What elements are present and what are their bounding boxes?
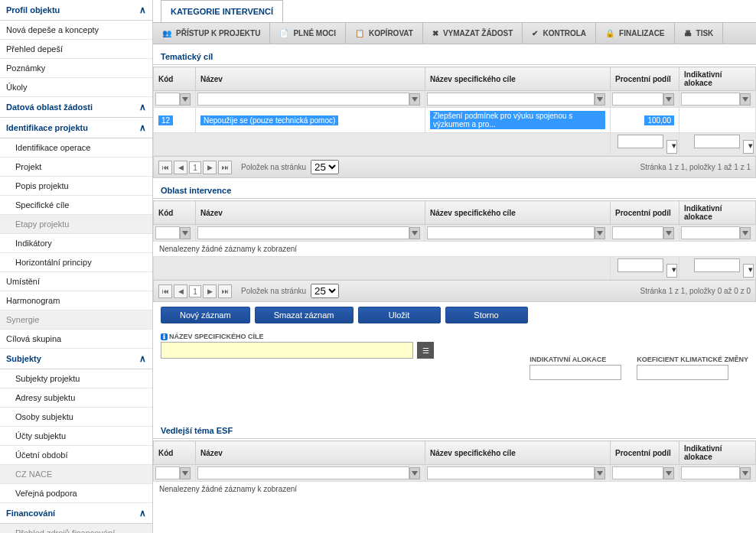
new-button[interactable]: Nový záznam	[161, 307, 250, 323]
sidebar-item[interactable]: Horizontální principy	[0, 253, 152, 272]
pager-page[interactable]: 1	[189, 285, 201, 297]
filter-icon[interactable]	[409, 467, 420, 479]
filter-kod[interactable]	[155, 226, 180, 239]
per-page-select[interactable]: 25	[311, 284, 339, 298]
filter-icon[interactable]	[663, 227, 674, 239]
agg-dropdown[interactable]	[618, 258, 663, 272]
filter-nazev[interactable]	[197, 226, 409, 239]
sidebar-item-cilova[interactable]: Cílová skupina	[0, 330, 152, 349]
sidebar-item[interactable]: Etapy projektu	[0, 215, 152, 234]
col-kod[interactable]: Kód	[154, 201, 196, 225]
tool-vymazat[interactable]: ✖VYMAZAT ŽÁDOST	[423, 23, 523, 44]
filter-indik[interactable]	[681, 466, 740, 479]
filter-spec[interactable]	[427, 226, 595, 239]
agg-dropdown[interactable]	[694, 258, 740, 272]
save-button[interactable]: Uložit	[358, 307, 441, 323]
agg-btn[interactable]: ▾	[743, 140, 754, 154]
cancel-button[interactable]: Storno	[445, 307, 528, 323]
sidebar-section-financovani[interactable]: Financování∧	[0, 503, 152, 524]
filter-icon[interactable]	[663, 93, 674, 106]
sidebar-section-subjekty[interactable]: Subjekty∧	[0, 349, 152, 369]
col-indik[interactable]: Indikativní alokace	[679, 67, 756, 91]
sidebar-item[interactable]: Účetní období	[0, 446, 152, 465]
agg-btn[interactable]: ▾	[743, 264, 754, 278]
filter-procent[interactable]	[612, 466, 663, 479]
per-page-select[interactable]: 25	[311, 160, 339, 174]
agg-dropdown[interactable]	[618, 135, 663, 148]
sidebar-section-profil[interactable]: Profil objektu∧	[0, 0, 152, 21]
filter-nazev[interactable]	[197, 93, 409, 106]
sidebar-item[interactable]: Úkoly	[0, 78, 152, 97]
table-row[interactable]: 12 Nepoužije se (pouze technická pomoc) …	[154, 108, 756, 133]
filter-kod[interactable]	[155, 466, 180, 479]
col-nazev[interactable]: Název	[196, 201, 425, 225]
tool-kopirovat[interactable]: 📋KOPÍROVAT	[346, 23, 423, 44]
filter-procent[interactable]	[612, 93, 663, 106]
filter-icon[interactable]	[409, 93, 420, 106]
sidebar-item[interactable]: Přehled depeší	[0, 40, 152, 59]
pager-prev[interactable]: ◀	[174, 161, 187, 174]
filter-icon[interactable]	[740, 93, 751, 106]
filter-icon[interactable]	[180, 93, 191, 106]
filter-icon[interactable]	[663, 467, 674, 479]
koef-input[interactable]	[637, 365, 728, 380]
sidebar-item[interactable]: Popis projektu	[0, 177, 152, 196]
indik-input[interactable]	[530, 365, 621, 380]
sidebar-item[interactable]: Osoby subjektu	[0, 408, 152, 427]
col-indik[interactable]: Indikativní alokace	[679, 441, 756, 465]
pager-next[interactable]: ▶	[203, 161, 217, 174]
sidebar-item[interactable]: Adresy subjektu	[0, 388, 152, 408]
sidebar-item-synergie[interactable]: Synergie	[0, 310, 152, 330]
pager-first[interactable]: ⏮	[158, 161, 172, 174]
col-procent[interactable]: Procentní podíl	[611, 441, 679, 465]
spec-input[interactable]	[161, 342, 413, 359]
filter-indik[interactable]	[681, 93, 740, 106]
filter-icon[interactable]	[180, 467, 191, 479]
pager-next[interactable]: ▶	[203, 284, 217, 298]
col-procent[interactable]: Procentní podíl	[611, 67, 679, 91]
col-nazev-spec[interactable]: Název specifického cíle	[425, 67, 611, 91]
sidebar-item[interactable]: CZ NACE	[0, 465, 152, 484]
col-nazev-spec[interactable]: Název specifického cíle	[425, 201, 611, 225]
sidebar-item[interactable]: Nová depeše a koncepty	[0, 21, 152, 40]
filter-icon[interactable]	[595, 93, 605, 106]
sidebar-item-umisteni[interactable]: Umístění	[0, 272, 152, 291]
pager-last[interactable]: ⏭	[218, 284, 232, 298]
tool-kontrola[interactable]: ✔KONTROLA	[523, 23, 596, 44]
sidebar-item[interactable]: Veřejná podpora	[0, 484, 152, 503]
tool-plne-moci[interactable]: 📄PLNÉ MOCI	[270, 23, 346, 44]
sidebar-item[interactable]: Poznámky	[0, 59, 152, 78]
filter-kod[interactable]	[155, 93, 180, 106]
col-nazev-spec[interactable]: Název specifického cíle	[425, 441, 611, 465]
pager-last[interactable]: ⏭	[218, 161, 232, 174]
filter-icon[interactable]	[740, 227, 751, 239]
filter-icon[interactable]	[595, 467, 605, 479]
sidebar-item[interactable]: Subjekty projektu	[0, 369, 152, 388]
filter-icon[interactable]	[595, 227, 605, 239]
filter-icon[interactable]	[180, 227, 191, 239]
tool-finalizace[interactable]: 🔒FINALIZACE	[596, 23, 674, 44]
col-nazev[interactable]: Název	[196, 67, 425, 91]
sidebar-section-identifikace[interactable]: Identifikace projektu∧	[0, 118, 152, 138]
col-nazev[interactable]: Název	[196, 441, 425, 465]
sidebar-item-harmonogram[interactable]: Harmonogram	[0, 291, 152, 310]
tool-tisk[interactable]: 🖶TISK	[675, 23, 724, 44]
tool-pristup[interactable]: 👥PŘÍSTUP K PROJEKTU	[153, 23, 270, 44]
pager-prev[interactable]: ◀	[174, 284, 187, 298]
agg-btn[interactable]: ▾	[666, 140, 677, 154]
filter-nazev[interactable]	[197, 466, 409, 479]
sidebar-item[interactable]: Specifické cíle	[0, 196, 152, 215]
sidebar-item[interactable]: Přehled zdrojů financování	[0, 524, 152, 533]
agg-btn[interactable]: ▾	[666, 264, 677, 278]
sidebar-item[interactable]: Identifikace operace	[0, 138, 152, 158]
sidebar-item[interactable]: Indikátory	[0, 234, 152, 253]
filter-icon[interactable]	[740, 467, 751, 479]
tab-kategorie[interactable]: KATEGORIE INTERVENCÍ	[161, 0, 283, 22]
filter-spec[interactable]	[427, 466, 595, 479]
sidebar-item[interactable]: Projekt	[0, 158, 152, 177]
filter-procent[interactable]	[612, 226, 663, 239]
pager-page[interactable]: 1	[189, 161, 201, 174]
sidebar-section-datova[interactable]: Datová oblast žádosti∧	[0, 97, 152, 118]
pager-first[interactable]: ⏮	[158, 284, 172, 298]
filter-spec[interactable]	[427, 93, 595, 106]
